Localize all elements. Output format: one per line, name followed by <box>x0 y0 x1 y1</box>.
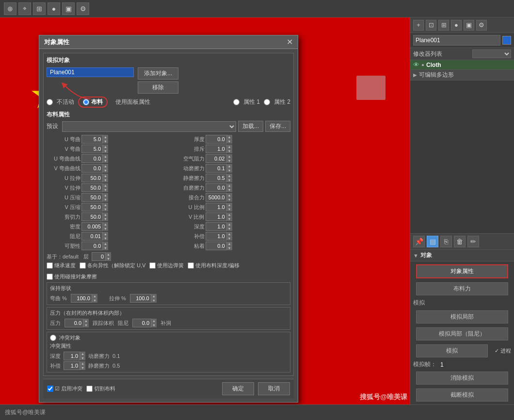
toolbar-icon-5[interactable]: ▣ <box>62 2 75 15</box>
pressure-damping-up[interactable]: ▲ <box>151 319 157 323</box>
inherit-vel-checkbox[interactable] <box>47 262 53 269</box>
air-resist-up[interactable]: ▲ <box>226 154 232 159</box>
u-scale-up[interactable]: ▲ <box>226 203 232 207</box>
v-bend-up[interactable]: ▲ <box>102 145 108 149</box>
sidebar-btn-gear[interactable]: ⚙ <box>476 20 487 31</box>
remove-button[interactable]: 移除 <box>138 81 178 94</box>
v-compress-up[interactable]: ▲ <box>102 203 108 207</box>
shear-up[interactable]: ▲ <box>102 212 108 217</box>
sidebar-btn-rect[interactable]: ⊡ <box>426 20 436 31</box>
simulate-button[interactable]: 模拟 <box>416 344 488 357</box>
v-stretch-up[interactable]: ▲ <box>102 183 108 188</box>
v-bend-curve-down[interactable]: ▼ <box>102 168 108 173</box>
self-friction-down[interactable]: ▼ <box>226 188 232 192</box>
coll-depth-down[interactable]: ▼ <box>80 356 85 360</box>
add-object-button[interactable]: 添加对象... <box>138 67 178 80</box>
v-bend-curve-up[interactable]: ▲ <box>102 164 108 168</box>
toolbar-icon-4[interactable]: ● <box>48 2 60 15</box>
depth-down[interactable]: ▼ <box>226 226 232 231</box>
u-compress-down[interactable]: ▼ <box>102 197 108 202</box>
v-scale-up[interactable]: ▲ <box>226 212 232 217</box>
damping-up[interactable]: ▲ <box>102 232 108 236</box>
u-bend-down[interactable]: ▼ <box>102 139 108 144</box>
u-stretch-down[interactable]: ▼ <box>102 178 108 182</box>
anisotropic-checkbox[interactable] <box>80 262 86 269</box>
v-bend-down[interactable]: ▼ <box>102 149 108 153</box>
stretch-pct-down[interactable]: ▼ <box>151 298 157 303</box>
self-friction-up[interactable]: ▲ <box>226 183 232 188</box>
offset-down[interactable]: ▼ <box>226 236 232 241</box>
cloth-depth-checkbox[interactable] <box>188 262 194 269</box>
u-bend-curve-down[interactable]: ▼ <box>102 159 108 163</box>
u-scale-down[interactable]: ▼ <box>226 207 232 211</box>
cancel-button[interactable]: 取消 <box>258 382 290 395</box>
thickness-up[interactable]: ▲ <box>226 135 232 139</box>
object-name-input[interactable] <box>413 35 500 46</box>
air-resist-down[interactable]: ▼ <box>226 159 232 163</box>
damping-down[interactable]: ▼ <box>102 236 108 241</box>
dynamic-friction-down[interactable]: ▼ <box>226 168 232 173</box>
cloth-modifier-item[interactable]: 👁 ● Cloth <box>410 60 514 70</box>
load-button[interactable]: 加载... <box>238 121 263 132</box>
adhesion2-down[interactable]: ▼ <box>226 246 232 250</box>
trash-icon[interactable]: 🗑 <box>454 236 466 247</box>
collision-object-radio[interactable] <box>50 335 56 341</box>
save-button[interactable]: 保存... <box>265 121 290 132</box>
coll-depth-up[interactable]: ▲ <box>80 352 85 356</box>
u-bend-curve-up[interactable]: ▲ <box>102 154 108 159</box>
v-stretch-down[interactable]: ▼ <box>102 188 108 192</box>
repulsion-down[interactable]: ▼ <box>226 149 232 153</box>
property1-label[interactable]: 属性 1 <box>243 98 260 106</box>
dialog-close-button[interactable]: ✕ <box>287 37 293 47</box>
collision-friction-checkbox[interactable] <box>47 274 53 280</box>
coll-offset-up[interactable]: ▲ <box>80 361 85 366</box>
u-bend-up[interactable]: ▲ <box>102 135 108 139</box>
u-stretch-up[interactable]: ▲ <box>102 174 108 178</box>
poly-modifier-item[interactable]: ▶ 可编辑多边形 <box>410 70 514 81</box>
edge-spring-checkbox[interactable] <box>149 262 156 269</box>
object-properties-button[interactable]: 对象属性 <box>416 264 508 278</box>
depth-up[interactable]: ▲ <box>226 222 232 226</box>
density-down[interactable]: ▼ <box>102 226 108 231</box>
property2-label[interactable]: 属性 2 <box>274 98 290 106</box>
shear-down[interactable]: ▼ <box>102 217 108 221</box>
stretch-pct-up[interactable]: ▲ <box>151 294 157 298</box>
sidebar-btn-circle[interactable]: ● <box>451 20 462 31</box>
sidebar-btn-plus[interactable]: + <box>413 20 424 31</box>
density-up[interactable]: ▲ <box>102 222 108 226</box>
clear-simulate-button[interactable]: 消除模拟 <box>416 372 508 385</box>
v-compress-down[interactable]: ▼ <box>102 207 108 211</box>
cut-cloth-checkbox[interactable] <box>86 386 93 392</box>
offset-up[interactable]: ▲ <box>226 232 232 236</box>
toolbar-icon-1[interactable]: ⊕ <box>4 2 16 15</box>
simulate-local-button[interactable]: 模拟局部 <box>416 310 508 323</box>
edit-icon[interactable]: ✏ <box>467 236 479 247</box>
static-friction-down[interactable]: ▼ <box>226 178 232 182</box>
sidebar-btn-grid[interactable]: ⊞ <box>438 20 449 31</box>
simulate-local-damping-button[interactable]: 模拟局部（阻尼） <box>416 327 508 340</box>
modifier-list-dropdown[interactable] <box>472 49 511 58</box>
u-compress-up[interactable]: ▲ <box>102 193 108 197</box>
enable-collision-checkbox[interactable] <box>47 386 53 392</box>
preset-dropdown[interactable] <box>62 121 236 132</box>
inactive-radio[interactable] <box>47 99 53 105</box>
toolbar-icon-3[interactable]: ⊞ <box>33 2 46 15</box>
layer-down[interactable]: ▼ <box>105 257 111 261</box>
repulsion-up[interactable]: ▲ <box>226 145 232 149</box>
adhesion2-up[interactable]: ▲ <box>226 242 232 246</box>
pin-icon[interactable]: 📌 <box>413 236 425 247</box>
pressure-down[interactable]: ▼ <box>83 323 89 327</box>
pressure-up[interactable]: ▲ <box>83 319 89 323</box>
copy-icon[interactable]: ⎘ <box>440 236 452 247</box>
adhesion-up[interactable]: ▲ <box>226 193 232 197</box>
cutoff-simulate-button[interactable]: 截断模拟 <box>416 388 508 402</box>
object-section-header[interactable]: ▼ 对象 <box>410 250 514 261</box>
layers-icon[interactable]: ▤ <box>427 236 438 247</box>
coll-offset-down[interactable]: ▼ <box>80 366 85 370</box>
plasticity-up[interactable]: ▲ <box>102 242 108 246</box>
ok-button[interactable]: 确定 <box>222 382 254 395</box>
sidebar-btn-screen[interactable]: ▣ <box>464 20 474 31</box>
pressure-damping-down[interactable]: ▼ <box>151 323 157 327</box>
thickness-down[interactable]: ▼ <box>226 139 232 144</box>
toolbar-icon-2[interactable]: ⌖ <box>18 2 31 15</box>
